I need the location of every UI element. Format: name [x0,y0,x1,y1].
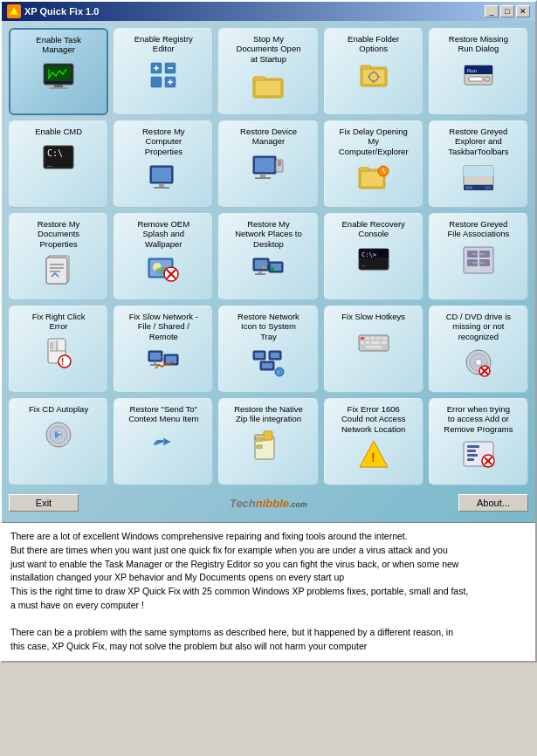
tile-fix-slow-hotkeys[interactable]: Fix Slow Hotkeys [324,306,423,393]
tile-restore-network-icon[interactable]: Restore NetworkIcon to SystemTray ↑ [218,306,318,393]
svg-rect-102 [166,356,176,363]
svg-rect-56 [465,186,472,189]
cd-autoplay-icon [41,417,76,452]
svg-rect-30 [469,77,483,81]
tile-restore-native-zip[interactable]: Restore the NativeZip file integration [218,398,318,485]
tile-label: Restore MyNetwork Places toDesktop [235,219,302,249]
folder-options-icon [356,58,391,93]
title-bar: XP Quick Fix 1.0 _ □ ✕ [2,2,535,21]
svg-rect-57 [485,186,492,189]
tile-label: Restore DeviceManager [240,127,297,147]
tile-restore-greyed-explorer[interactable]: Restore GreyedExplorer andTaskbarToolbar… [429,120,528,208]
network-slow-icon [146,345,181,380]
tile-label: Fix Slow Hotkeys [341,312,405,321]
svg-rect-139 [264,431,272,440]
svg-rect-123 [382,341,387,344]
svg-point-77 [262,265,265,269]
svg-rect-122 [371,341,380,344]
tile-label: Enable TaskManager [36,35,81,55]
tile-restore-send-to[interactable]: Restore "Send To"Context Menu Item [114,398,213,485]
maximize-button[interactable]: □ [500,5,514,17]
tile-fix-cd-autoplay[interactable]: Fix CD Autoplay [9,398,108,485]
svg-rect-72 [258,271,262,273]
add-remove-icon [461,437,496,472]
tile-stop-docs-open[interactable]: Stop MyDocuments Openat Startup [218,28,318,115]
tile-label: Restore NetworkIcon to SystemTray [238,312,299,341]
svg-text:!: ! [371,450,375,464]
tile-label: Error when tryingto access Add orRemove … [444,404,513,434]
svg-rect-107 [271,353,279,358]
svg-rect-142 [257,445,262,449]
tile-label: Fix Delay OpeningMyComputer/Explorer [339,127,409,156]
tile-restore-greyed-file-assoc[interactable]: Restore GreyedFile Associations [429,213,528,300]
tile-fix-right-click[interactable]: Fix Right ClickError ! [9,306,108,393]
folder-delay-icon [356,160,391,195]
tile-restore-run-dialog[interactable]: Restore MissingRun Dialog Run [429,28,528,115]
tile-label: Restore "Send To"Context Menu Item [128,404,198,424]
svg-rect-73 [255,273,265,275]
file-assoc-icon [461,243,496,278]
tile-label: Enable CMD [35,127,82,136]
close-button[interactable]: ✕ [516,5,530,17]
error-1606-icon: ! [356,437,391,472]
svg-rect-116 [366,337,369,340]
svg-rect-141 [257,442,262,445]
tile-enable-registry-editor[interactable]: Enable RegistryEditor [114,28,213,115]
svg-rect-40 [255,158,274,172]
tile-fix-cd-dvd[interactable]: CD / DVD drive ismissing or notrecognize… [429,306,528,393]
svg-rect-42 [255,177,271,179]
desc-paragraph-1: There are a lot of excellent Windows com… [10,530,527,613]
svg-rect-117 [371,337,375,340]
about-button[interactable]: About... [458,494,528,512]
svg-rect-121 [366,341,369,344]
tile-enable-task-manager[interactable]: Enable TaskManager [9,28,108,115]
exit-button[interactable]: Exit [9,494,79,512]
svg-rect-8 [151,77,162,87]
svg-rect-119 [382,337,387,340]
tech-nibble-logo: Technibble.com [230,497,307,510]
main-window: XP Quick Fix 1.0 _ □ ✕ Enable TaskManage… [0,0,537,663]
tile-enable-cmd[interactable]: Enable CMD C:\ _ [9,120,108,208]
svg-rect-109 [262,363,272,368]
zip-icon [251,428,286,463]
tile-restore-computer-properties[interactable]: Restore MyComputerProperties [114,120,213,208]
svg-rect-59 [46,258,67,284]
tile-enable-folder-options[interactable]: Enable FolderOptions [324,28,423,115]
tiles-grid: Enable TaskManager Enable RegistryEditor [9,28,528,485]
svg-rect-99 [154,361,156,364]
tile-restore-device-manager[interactable]: Restore DeviceManager [218,120,318,208]
registry-icon [146,58,181,93]
send-to-icon [146,428,181,463]
tile-fix-error-1606[interactable]: Fix Error 1606Could not AccessNetwork Lo… [324,398,423,485]
svg-rect-105 [255,353,264,358]
task-manager-icon [41,58,76,93]
tile-enable-recovery-console[interactable]: Enable RecoveryConsole C:\> _ [324,213,423,300]
svg-marker-0 [10,7,18,15]
svg-rect-147 [467,445,479,448]
tile-fix-slow-network[interactable]: Fix Slow Network -File / Shared /Remote [114,306,213,393]
dvd-icon [461,345,496,380]
tile-label: Restore the NativeZip file integration [234,404,303,424]
tile-restore-docs-properties[interactable]: Restore MyDocumentsProperties [9,213,108,300]
tile-label: Restore GreyedExplorer andTaskbarToolbar… [448,127,508,156]
tile-error-add-remove[interactable]: Error when tryingto access Add orRemove … [429,398,528,485]
minimize-button[interactable]: _ [485,5,499,17]
folder-open-icon [251,67,286,102]
run-dialog-icon: Run [461,58,496,93]
tile-fix-delay-explorer[interactable]: Fix Delay OpeningMyComputer/Explorer [324,120,423,208]
svg-rect-118 [376,337,380,340]
svg-rect-92 [50,342,53,349]
tile-restore-network-places[interactable]: Restore MyNetwork Places toDesktop [218,213,318,300]
logo-highlight: nibble [256,497,289,510]
tile-label: CD / DVD drive ismissing or notrecognize… [446,312,511,341]
desc-paragraph-2: There can be a problem with the same sym… [10,626,527,654]
tile-label: Enable FolderOptions [348,34,399,54]
svg-text:C:\>: C:\> [361,251,376,258]
network-tray-icon: ↑ [251,345,286,380]
svg-rect-148 [467,450,476,452]
tile-label: Restore MyDocumentsProperties [38,219,80,249]
tile-remove-oem-splash[interactable]: Remove OEMSplash andWallpaper [114,213,213,300]
tile-label: Enable RegistryEditor [134,34,193,54]
svg-rect-115 [361,337,364,340]
svg-text:Run: Run [467,68,477,73]
